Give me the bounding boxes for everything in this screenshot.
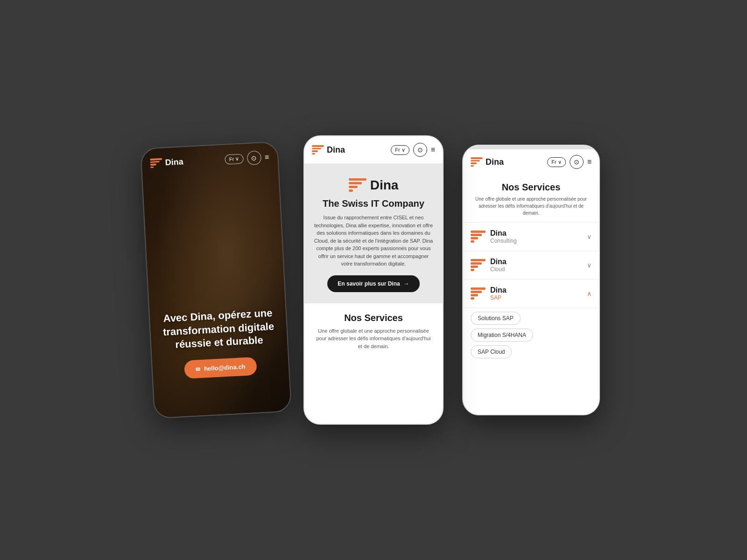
lang-label-3: Fr bbox=[551, 159, 556, 165]
sap-bar-3 bbox=[471, 294, 478, 296]
phone-1-frame: Dina Fr ∨ ⊙ ≡ Avec Dina, opérez une tran… bbox=[140, 141, 292, 419]
dina-logo-icon-2 bbox=[312, 145, 324, 154]
sap-bar-2 bbox=[471, 291, 482, 293]
sap-bar-1 bbox=[471, 287, 486, 290]
phone-3-inner: Dina Fr ∨ ⊙ ≡ Nos Services Une o bbox=[463, 146, 599, 414]
service-main-consulting: Dina bbox=[490, 229, 517, 238]
hero-description: Issue du rapprochement entre CISEL et ne… bbox=[314, 214, 433, 268]
user-button-2[interactable]: ⊙ bbox=[413, 143, 427, 157]
lang-selector-3[interactable]: Fr ∨ bbox=[547, 157, 565, 167]
service-main-sap: Dina bbox=[490, 286, 507, 294]
services-title: Nos Services bbox=[314, 313, 433, 323]
menu-icon[interactable]: ≡ bbox=[265, 153, 269, 161]
user-icon-2: ⊙ bbox=[417, 146, 423, 154]
lang-selector-2[interactable]: Fr ∨ bbox=[391, 145, 409, 155]
sap-tag-migration[interactable]: Migration S/4HANA bbox=[471, 329, 533, 342]
lang-label: Fr bbox=[229, 156, 234, 162]
service-main-cloud: Dina bbox=[490, 258, 507, 266]
service-sub-consulting: Consulting bbox=[490, 238, 517, 244]
services-page-desc: Une offre globale et une approche person… bbox=[472, 196, 590, 217]
logo-2: Dina bbox=[312, 145, 345, 155]
service-item-cloud[interactable]: Dina Cloud ∨ bbox=[463, 251, 599, 280]
logo-bar-2 bbox=[150, 161, 159, 163]
services-page: Nos Services Une offre globale et une ap… bbox=[463, 175, 599, 414]
cl-bar-4 bbox=[471, 269, 474, 271]
hero-gray-section: Dina The Swiss IT Company Issue du rappr… bbox=[304, 164, 443, 303]
logo-bar-3 bbox=[150, 163, 156, 165]
c-bar-4 bbox=[471, 240, 474, 243]
cl-bar-1 bbox=[471, 259, 486, 261]
c-bar-3 bbox=[471, 237, 478, 239]
consulting-icon bbox=[471, 231, 486, 243]
learn-more-button[interactable]: En savoir plus sur Dina → bbox=[327, 275, 419, 292]
contact-button[interactable]: ✉ hello@dina.ch bbox=[184, 357, 257, 379]
lang-label-2: Fr bbox=[395, 147, 400, 153]
phone-1-inner: Dina Fr ∨ ⊙ ≡ Avec Dina, opérez une tran… bbox=[141, 142, 291, 418]
logo-bar-1 bbox=[150, 158, 162, 161]
service-name-sap: Dina SAP bbox=[490, 286, 507, 301]
logo-bar-lg-2 bbox=[349, 182, 362, 184]
chevron-down-icon: ∨ bbox=[235, 156, 240, 162]
hero-subtitle: The Swiss IT Company bbox=[323, 198, 424, 209]
services-desc: Une offre globale et une approche person… bbox=[314, 327, 433, 350]
service-item-left-sap: Dina SAP bbox=[471, 286, 507, 301]
phone-3-nav: Dina Fr ∨ ⊙ ≡ bbox=[463, 149, 599, 175]
gray-strip bbox=[463, 146, 599, 149]
logo-bar-lg-3 bbox=[349, 186, 358, 188]
logo-bar-3-2 bbox=[471, 160, 480, 162]
nav-right-2: Fr ∨ ⊙ ≡ bbox=[391, 143, 435, 157]
chevron-sap: ∧ bbox=[587, 290, 592, 297]
sap-bar-4 bbox=[471, 297, 474, 300]
service-sub-sap: SAP bbox=[490, 294, 507, 301]
c-bar-2 bbox=[471, 234, 482, 236]
dina-logo-icon-lg bbox=[349, 178, 366, 192]
service-item-sap[interactable]: Dina SAP ∧ bbox=[463, 280, 599, 308]
sap-expanded-items: Solutions SAP Migration S/4HANA SAP Clou… bbox=[463, 308, 599, 364]
sap-tag-cloud[interactable]: SAP Cloud bbox=[471, 345, 512, 358]
cloud-icon bbox=[471, 259, 486, 271]
chevron-cloud: ∨ bbox=[587, 261, 592, 269]
sap-tag-solutions[interactable]: Solutions SAP bbox=[471, 312, 521, 325]
logo-text: Dina bbox=[165, 157, 183, 168]
logo-bar-3 bbox=[312, 150, 318, 152]
dina-logo-icon-3 bbox=[471, 157, 483, 167]
screens-container: Dina Fr ∨ ⊙ ≡ Avec Dina, opérez une tran… bbox=[47, 135, 700, 425]
service-name-cloud: Dina Cloud bbox=[490, 258, 507, 273]
logo-3: Dina bbox=[471, 157, 504, 167]
sap-logo-icon bbox=[471, 287, 486, 300]
services-page-title: Nos Services bbox=[472, 182, 590, 193]
hero-content: Avec Dina, opérez une transformation dig… bbox=[150, 306, 289, 381]
service-sub-cloud: Cloud bbox=[490, 266, 507, 273]
logo: Dina bbox=[150, 157, 183, 168]
logo-text-3: Dina bbox=[486, 157, 504, 167]
lang-selector[interactable]: Fr ∨ bbox=[225, 154, 243, 164]
chevron-down-icon-2: ∨ bbox=[402, 147, 405, 153]
services-page-header: Nos Services Une offre globale et une ap… bbox=[463, 175, 599, 222]
menu-icon-2[interactable]: ≡ bbox=[431, 146, 435, 154]
arrow-icon: → bbox=[404, 280, 409, 287]
service-item-left-cloud: Dina Cloud bbox=[471, 258, 507, 273]
user-icon-3: ⊙ bbox=[574, 158, 579, 166]
menu-icon-3[interactable]: ≡ bbox=[587, 158, 592, 166]
services-section: Nos Services Une offre globale et une ap… bbox=[304, 303, 443, 424]
phone-2-frame: Dina Fr ∨ ⊙ ≡ bbox=[303, 135, 444, 425]
logo-bar-lg-4 bbox=[349, 189, 353, 192]
user-button-3[interactable]: ⊙ bbox=[570, 155, 584, 169]
logo-bar-1 bbox=[312, 145, 324, 147]
logo-text-2: Dina bbox=[327, 145, 345, 155]
logo-bar-4 bbox=[150, 166, 154, 168]
cl-bar-3 bbox=[471, 266, 478, 268]
chevron-consulting: ∨ bbox=[587, 233, 592, 240]
user-icon: ⊙ bbox=[251, 154, 257, 162]
service-name-consulting: Dina Consulting bbox=[490, 229, 517, 244]
service-item-consulting[interactable]: Dina Consulting ∨ bbox=[463, 223, 599, 251]
service-accordion: Dina Consulting ∨ bbox=[463, 222, 599, 364]
user-button[interactable]: ⊙ bbox=[247, 151, 261, 166]
logo-bar-3-3 bbox=[471, 162, 477, 164]
service-item-sap-container: Dina SAP ∧ Solutions SAP Migration S/4HA… bbox=[463, 280, 599, 364]
phone-2-nav: Dina Fr ∨ ⊙ ≡ bbox=[304, 136, 443, 164]
logo-bar-4 bbox=[312, 153, 315, 155]
logo-bar-2 bbox=[312, 148, 321, 150]
nav-right-3: Fr ∨ ⊙ ≡ bbox=[547, 155, 592, 169]
hero-logo: Dina bbox=[349, 178, 399, 193]
